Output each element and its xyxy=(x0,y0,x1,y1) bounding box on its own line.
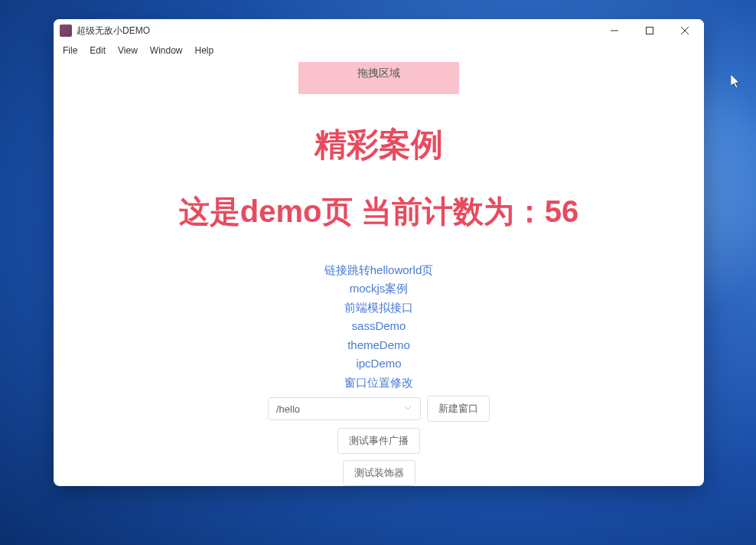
maximize-button[interactable] xyxy=(632,19,667,42)
test-broadcast-button[interactable]: 测试事件广播 xyxy=(337,428,420,454)
test-decorator-button[interactable]: 测试装饰器 xyxy=(343,460,415,486)
heading-main: 精彩案例 xyxy=(314,123,443,166)
new-window-button[interactable]: 新建窗口 xyxy=(427,396,490,422)
links-list: 链接跳转helloworld页 mockjs案例 前端模拟接口 sassDemo… xyxy=(324,262,434,392)
window-title: 超级无敌小DEMO xyxy=(77,24,597,38)
heading-counter: 这是demo页 当前计数为：56 xyxy=(179,191,578,233)
drag-zone-label: 拖拽区域 xyxy=(357,67,400,80)
menu-edit[interactable]: Edit xyxy=(83,44,112,57)
button-row-3: 测试装饰器 xyxy=(343,460,415,486)
chevron-down-icon xyxy=(403,403,412,415)
minimize-button[interactable] xyxy=(597,19,632,42)
titlebar[interactable]: 超级无敌小DEMO xyxy=(54,19,704,42)
link-helloworld[interactable]: 链接跳转helloworld页 xyxy=(324,262,434,279)
drag-zone[interactable]: 拖拽区域 xyxy=(298,62,459,94)
menu-window[interactable]: Window xyxy=(144,44,189,57)
svg-rect-1 xyxy=(647,28,653,34)
link-sass-demo[interactable]: sassDemo xyxy=(352,318,406,335)
controls-row: /hello 新建窗口 xyxy=(268,396,490,422)
close-button[interactable] xyxy=(667,19,702,42)
select-value: /hello xyxy=(276,403,300,415)
link-ipc-demo[interactable]: ipcDemo xyxy=(356,355,401,373)
menu-help[interactable]: Help xyxy=(189,44,220,57)
link-mockjs[interactable]: mockjs案例 xyxy=(350,280,409,298)
menu-view[interactable]: View xyxy=(112,44,144,57)
button-row-2: 测试事件广播 xyxy=(337,428,420,454)
content-area: 拖拽区域 精彩案例 这是demo页 当前计数为：56 链接跳转helloworl… xyxy=(54,59,704,486)
route-select[interactable]: /hello xyxy=(268,397,421,420)
link-window-position[interactable]: 窗口位置修改 xyxy=(344,374,413,392)
app-icon xyxy=(60,24,72,37)
menubar: File Edit View Window Help xyxy=(54,42,704,59)
link-theme-demo[interactable]: themeDemo xyxy=(347,337,410,354)
app-window: 超级无敌小DEMO File Edit View Window Help 拖拽区… xyxy=(54,19,704,486)
menu-file[interactable]: File xyxy=(57,44,83,57)
window-controls xyxy=(597,19,702,42)
link-frontend-mock[interactable]: 前端模拟接口 xyxy=(344,299,413,317)
